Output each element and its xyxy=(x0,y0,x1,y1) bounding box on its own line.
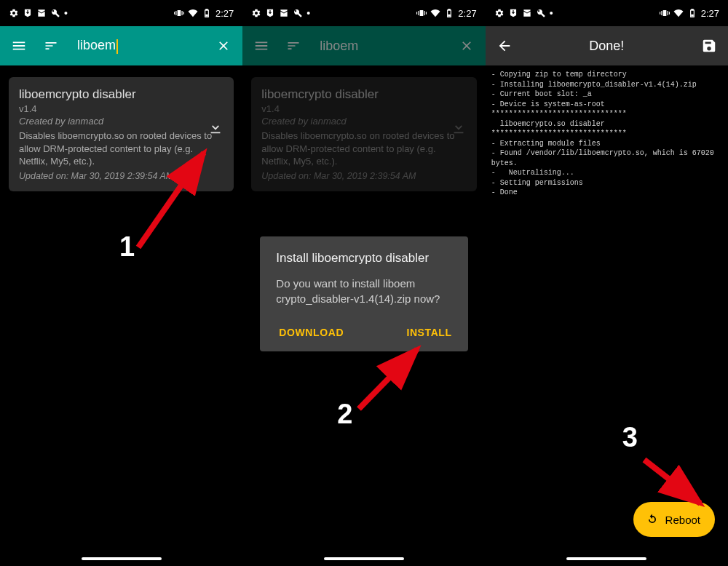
module-version: v1.4 xyxy=(19,103,223,114)
wrench-icon xyxy=(536,8,546,18)
module-author: Created by ianmacd xyxy=(261,116,466,127)
text-cursor xyxy=(116,39,118,54)
svg-rect-2 xyxy=(205,15,208,17)
screen-3: • 2:27 Done! - Copying zip to temp direc… xyxy=(486,0,728,566)
install-log: - Copying zip to temp directory - Instal… xyxy=(486,65,728,202)
save-button[interactable] xyxy=(695,31,724,60)
module-title: liboemcrypto disabler xyxy=(19,87,223,102)
vibrate-icon xyxy=(416,8,427,18)
install-dialog: Install liboemcrypto disabler Do you wan… xyxy=(260,236,467,351)
nav-bar[interactable] xyxy=(82,557,162,560)
annotation-number-3: 3 xyxy=(622,422,638,453)
module-card[interactable]: liboemcrypto disabler v1.4 Created by ia… xyxy=(9,77,234,191)
wifi-icon xyxy=(430,8,440,18)
app-bar: liboem xyxy=(0,26,242,65)
annotation-number-1: 1 xyxy=(119,231,135,263)
dot-icon: • xyxy=(306,7,310,19)
svg-rect-5 xyxy=(448,9,450,10)
status-bar: • 2:27 xyxy=(0,0,242,26)
battery-icon xyxy=(444,8,454,18)
back-button[interactable] xyxy=(490,31,519,60)
svg-rect-6 xyxy=(448,15,451,17)
module-description: Disables liboemcrypto.so on rooted devic… xyxy=(19,129,223,168)
mail-icon xyxy=(36,8,47,18)
app-bar: liboem xyxy=(242,26,485,65)
download-button xyxy=(451,119,467,138)
clock-text: 2:27 xyxy=(458,8,476,19)
svg-rect-10 xyxy=(691,15,694,17)
dialog-title: Install liboemcrypto disabler xyxy=(276,251,451,266)
wifi-icon xyxy=(673,8,684,18)
module-updated: Updated on: Mar 30, 2019 2:39:54 AM xyxy=(19,171,223,181)
nav-bar[interactable] xyxy=(566,557,646,560)
clear-search-button[interactable] xyxy=(209,31,238,60)
module-title: liboemcrypto disabler xyxy=(261,87,466,102)
module-version: v1.4 xyxy=(261,103,466,114)
app-bar: Done! xyxy=(486,26,728,65)
gear-icon xyxy=(251,8,261,18)
mail-icon xyxy=(522,8,532,18)
clock-text: 2:27 xyxy=(701,8,719,19)
menu-button[interactable] xyxy=(247,31,276,60)
wrench-icon xyxy=(50,8,60,18)
install-button[interactable]: INSTALL xyxy=(406,321,451,344)
download-status-icon xyxy=(265,8,275,18)
vibrate-icon xyxy=(660,8,670,18)
module-description: Disables liboemcrypto.so on rooted devic… xyxy=(261,129,466,168)
battery-icon xyxy=(202,8,212,18)
search-text: liboem xyxy=(77,38,116,52)
reboot-fab[interactable]: Reboot xyxy=(633,502,715,537)
sort-button[interactable] xyxy=(279,31,308,60)
module-updated: Updated on: Mar 30, 2019 2:39:54 AM xyxy=(261,171,466,181)
battery-icon xyxy=(687,8,697,18)
download-button[interactable] xyxy=(207,119,223,138)
gear-icon xyxy=(494,8,505,18)
clock-text: 2:27 xyxy=(215,8,234,19)
wifi-icon xyxy=(188,8,198,18)
mail-icon xyxy=(279,8,289,18)
dialog-message: Do you want to install liboem crypto_dis… xyxy=(276,276,451,306)
download-button[interactable]: DOWNLOAD xyxy=(279,321,344,344)
nav-bar[interactable] xyxy=(324,557,404,560)
fab-label: Reboot xyxy=(665,514,700,526)
svg-line-7 xyxy=(359,349,417,409)
download-status-icon xyxy=(23,8,33,18)
clear-search-button[interactable] xyxy=(452,31,481,60)
status-bar: • 2:27 xyxy=(242,0,485,26)
wrench-icon xyxy=(293,8,303,18)
search-input[interactable]: liboem xyxy=(68,38,206,53)
screen-2: • 2:27 liboem liboemcrypto disabler v1.4… xyxy=(242,0,485,566)
screen-1: • 2:27 liboem liboemcrypto disabler v1.4… xyxy=(0,0,242,566)
refresh-icon xyxy=(645,512,660,527)
dot-icon: • xyxy=(64,7,68,19)
sort-button[interactable] xyxy=(36,31,66,60)
search-input[interactable]: liboem xyxy=(311,39,448,54)
svg-rect-1 xyxy=(206,9,207,10)
vibrate-icon xyxy=(174,8,184,18)
module-card: liboemcrypto disabler v1.4 Created by ia… xyxy=(251,77,476,191)
svg-line-11 xyxy=(644,460,700,503)
page-title: Done! xyxy=(522,39,692,54)
module-author: Created by ianmacd xyxy=(19,116,223,127)
status-bar: • 2:27 xyxy=(486,0,728,26)
annotation-number-2: 2 xyxy=(337,399,352,430)
svg-rect-9 xyxy=(692,9,693,10)
dot-icon: • xyxy=(550,7,553,19)
download-status-icon xyxy=(508,8,518,18)
search-text: liboem xyxy=(320,39,358,53)
gear-icon xyxy=(9,8,19,18)
menu-button[interactable] xyxy=(4,31,33,60)
